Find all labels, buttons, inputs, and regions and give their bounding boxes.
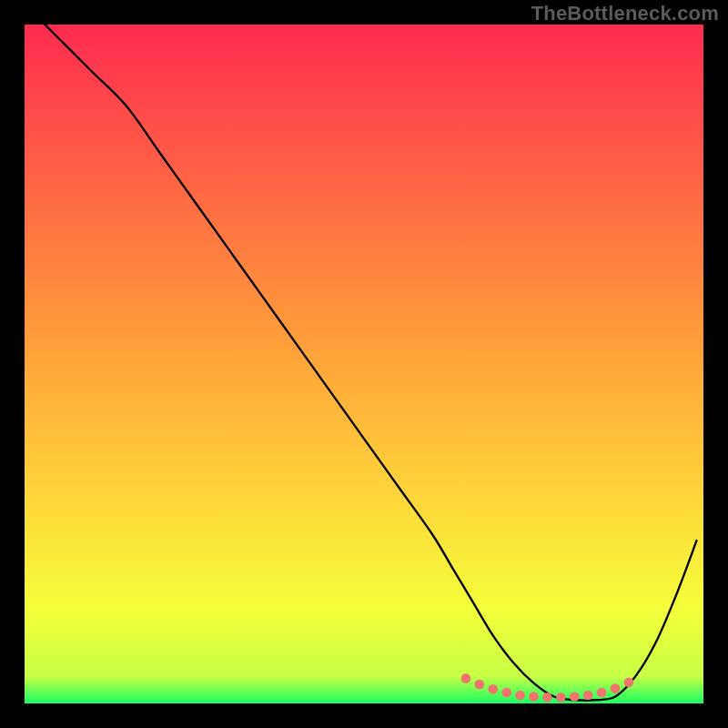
- highlight-dot: [529, 692, 539, 702]
- highlight-dot: [501, 688, 511, 698]
- highlight-dot: [515, 691, 525, 701]
- gradient-background: [25, 25, 703, 703]
- highlight-dot: [583, 691, 593, 701]
- highlight-dot: [597, 688, 607, 698]
- highlight-dot: [611, 683, 621, 693]
- highlight-dot: [475, 680, 485, 690]
- chart-svg: [25, 25, 703, 703]
- highlight-dot: [556, 693, 566, 703]
- chart-frame: TheBottleneck.com: [0, 0, 728, 728]
- highlight-dot: [624, 678, 634, 688]
- highlight-dot: [570, 692, 580, 702]
- chart-plot-area: [25, 25, 703, 703]
- watermark-text: TheBottleneck.com: [531, 2, 719, 25]
- highlight-dot: [542, 693, 552, 703]
- highlight-dot: [488, 684, 498, 694]
- highlight-dot: [461, 673, 471, 683]
